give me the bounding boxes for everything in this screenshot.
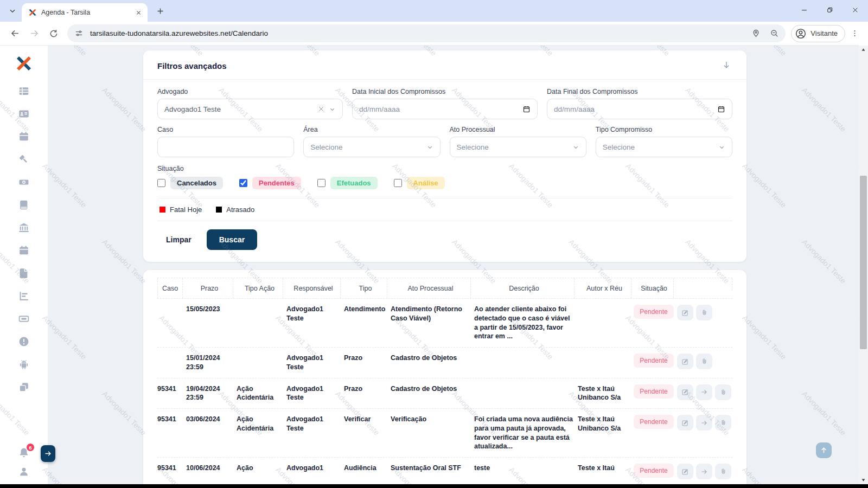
sidebar-item-copy-icon[interactable] [18, 381, 30, 393]
app-logo[interactable] [15, 55, 33, 72]
paperclip-icon [701, 309, 708, 316]
situacao-option-efetuados[interactable]: Efetuados [317, 177, 378, 189]
close-window-button[interactable] [843, 0, 868, 20]
edit-button[interactable] [677, 305, 693, 320]
tab-search-icon[interactable] [5, 4, 20, 18]
attachment-button[interactable] [715, 464, 731, 479]
edit-button[interactable] [677, 384, 693, 400]
divider [157, 221, 732, 221]
legend-label: Fatal Hoje [170, 206, 202, 214]
sidebar-item-book-icon[interactable] [18, 199, 30, 211]
sidebar-item-person-icon[interactable] [18, 466, 30, 478]
forward-button[interactable] [25, 24, 43, 43]
forward-button[interactable] [696, 464, 712, 479]
sidebar-item-calendar-icon[interactable] [18, 131, 30, 143]
sidebar-item-grid-list-icon[interactable] [18, 85, 30, 97]
attachment-button[interactable] [715, 384, 731, 400]
watermark-text: Advogado1 Teste [741, 162, 788, 209]
scrollbar-up-arrow[interactable] [859, 46, 868, 54]
calendar-picker-icon[interactable] [717, 105, 725, 113]
situacao-checkbox-2[interactable] [317, 179, 326, 187]
sidebar-item-id-card-icon[interactable] [18, 108, 30, 120]
area-select[interactable]: Selecione [303, 137, 440, 157]
tab-title: Agenda - Tarsila [41, 9, 129, 16]
url-bar[interactable]: tarsilasuite-tudonatarsila.azurewebsites… [67, 24, 786, 42]
reload-button[interactable] [44, 24, 63, 43]
caso-input[interactable] [157, 137, 294, 157]
scrollbar-thumb[interactable] [860, 176, 867, 349]
ato-processual-label: Ato Processual [450, 126, 586, 133]
watermark-text: Advogado1 Teste [41, 465, 88, 484]
calendar-picker-icon[interactable] [522, 105, 531, 113]
situacao-option-pendentes[interactable]: Pendentes [239, 177, 301, 189]
attachment-button[interactable] [696, 305, 712, 320]
tipo-compromisso-select[interactable]: Selecione [596, 137, 732, 157]
browser-menu-icon[interactable] [846, 25, 863, 42]
browser-tab[interactable]: Agenda - Tarsila [22, 3, 148, 22]
edit-button[interactable] [677, 464, 693, 479]
ato-processual-select[interactable]: Selecione [450, 137, 586, 157]
minimize-button[interactable] [792, 0, 817, 20]
sidebar-item-android-icon[interactable] [18, 358, 30, 370]
site-settings-icon[interactable] [72, 27, 86, 41]
sidebar-item-calendar-alt-icon[interactable] [18, 245, 30, 256]
status-badge: Pendente [634, 415, 673, 429]
page-content: Filtros avançados Advogado Advogado1 Tes… [143, 50, 746, 484]
sidebar-expand-button[interactable] [41, 445, 55, 462]
zoom-out-icon[interactable] [767, 27, 781, 41]
situacao-option-análise[interactable]: Análise [394, 177, 445, 189]
cell-tipo_acao: Ação Acidentária [237, 384, 283, 403]
notifications-bell-icon[interactable]: 6 [18, 447, 30, 459]
edit-button[interactable] [677, 354, 693, 369]
scroll-to-top-button[interactable] [816, 442, 832, 458]
clear-icon[interactable] [318, 106, 324, 112]
column-header-Descrição: Descrição [474, 278, 575, 298]
column-header-Tipo: Tipo [344, 278, 387, 298]
restore-button[interactable] [817, 0, 843, 20]
attachment-button[interactable] [715, 415, 731, 431]
page-scrollbar[interactable] [859, 46, 868, 484]
sidebar-item-ticket-icon[interactable] [18, 313, 30, 325]
legend: Fatal HojeAtrasado [157, 198, 732, 221]
sidebar-item-document-icon[interactable] [18, 267, 30, 279]
cell-autor_reu: Teste x Itaú Unibanco S/a [578, 384, 631, 403]
situacao-checkbox-1[interactable] [239, 179, 247, 187]
cell-prazo: 15/05/2023 [186, 305, 233, 314]
sidebar-item-bar-chart-icon[interactable] [18, 290, 30, 302]
advogado-select[interactable]: Advogado1 Teste [157, 99, 343, 119]
situacao-checkbox-3[interactable] [394, 179, 402, 187]
buscar-button[interactable]: Buscar [207, 229, 257, 250]
scrollbar-down-arrow[interactable] [859, 476, 868, 484]
location-icon[interactable] [749, 27, 763, 41]
edit-button[interactable] [677, 415, 693, 431]
new-tab-button[interactable] [153, 4, 167, 18]
sidebar-item-gavel-icon[interactable] [18, 153, 30, 165]
situacao-checkbox-0[interactable] [157, 179, 165, 187]
attachment-button[interactable] [696, 354, 712, 369]
sidebar-item-banknote-icon[interactable] [18, 176, 30, 188]
cell-tipo: Prazo [344, 354, 387, 363]
cell-situacao: Pendente [635, 415, 674, 429]
profile-button[interactable]: Visitante [791, 25, 845, 42]
paperclip-icon [720, 468, 727, 475]
situacao-label: Situação [157, 165, 732, 172]
watermark-text: Advogado1 Teste [100, 389, 148, 437]
forward-button[interactable] [696, 415, 712, 431]
forward-button[interactable] [696, 384, 712, 400]
collapse-filters-icon[interactable] [722, 60, 732, 71]
situacao-badge: Pendentes [252, 177, 301, 189]
watermark-text: Advogado1 Teste [100, 86, 148, 133]
sidebar-item-alert-circle-icon[interactable] [18, 336, 30, 348]
column-header-Tipo Ação: Tipo Ação [237, 278, 283, 298]
situacao-option-cancelados[interactable]: Cancelados [157, 177, 223, 189]
chevron-down-icon[interactable] [329, 106, 336, 113]
back-button[interactable] [5, 24, 24, 43]
limpar-button[interactable]: Limpar [157, 230, 200, 249]
data-final-input[interactable]: dd/mm/aaaa [547, 99, 732, 119]
tab-close-icon[interactable] [133, 8, 143, 17]
data-inicial-input[interactable]: dd/mm/aaaa [352, 99, 538, 119]
arrow-right-icon [700, 419, 708, 427]
sidebar-item-bank-icon[interactable] [18, 222, 30, 234]
caso-text-field[interactable] [164, 143, 287, 151]
url-text[interactable]: tarsilasuite-tudonatarsila.azurewebsites… [90, 29, 744, 37]
